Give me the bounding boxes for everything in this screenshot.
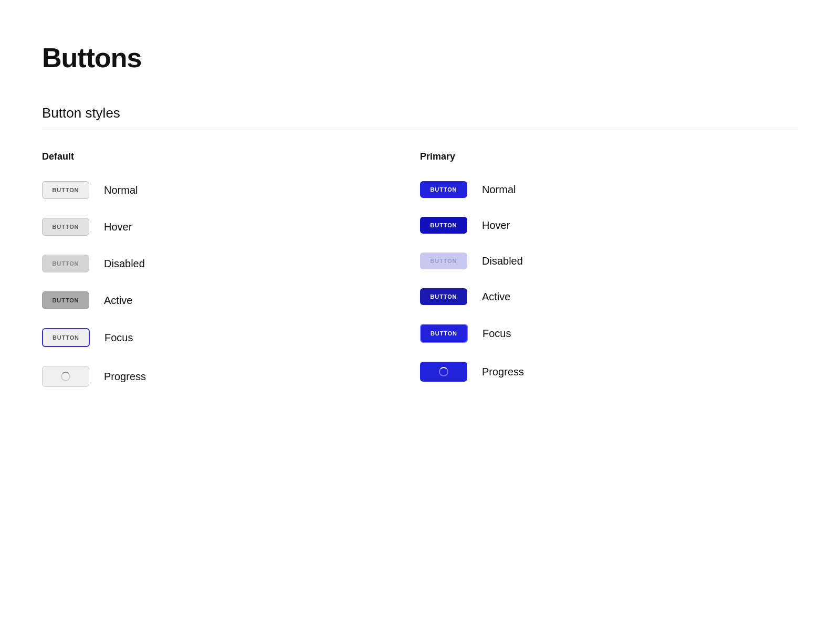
primary-hover-row: BUTTON Hover bbox=[420, 217, 798, 234]
primary-focus-button[interactable]: BUTTON bbox=[420, 324, 468, 343]
default-hover-button[interactable]: BUTTON bbox=[42, 218, 89, 236]
default-hover-label: Hover bbox=[104, 221, 132, 233]
default-progress-row: Progress bbox=[42, 366, 420, 387]
primary-column: Primary BUTTON Normal BUTTON Hover BUTTO… bbox=[420, 151, 798, 406]
default-progress-button bbox=[42, 366, 89, 387]
section-title: Button styles bbox=[42, 105, 798, 121]
primary-normal-row: BUTTON Normal bbox=[420, 181, 798, 198]
default-focus-row: BUTTON Focus bbox=[42, 328, 420, 347]
default-progress-label: Progress bbox=[104, 371, 146, 383]
primary-progress-label: Progress bbox=[482, 366, 524, 378]
primary-progress-row: Progress bbox=[420, 362, 798, 382]
primary-normal-label: Normal bbox=[482, 184, 516, 196]
primary-column-header: Primary bbox=[420, 151, 798, 162]
default-disabled-label: Disabled bbox=[104, 258, 145, 270]
primary-progress-button bbox=[420, 362, 467, 382]
primary-hover-button[interactable]: BUTTON bbox=[420, 217, 467, 234]
primary-active-button[interactable]: BUTTON bbox=[420, 288, 467, 305]
button-styles-columns: Default BUTTON Normal BUTTON Hover BUTTO… bbox=[42, 151, 798, 406]
default-active-button[interactable]: BUTTON bbox=[42, 291, 89, 309]
default-hover-row: BUTTON Hover bbox=[42, 218, 420, 236]
default-focus-label: Focus bbox=[104, 332, 133, 344]
primary-normal-button[interactable]: BUTTON bbox=[420, 181, 467, 198]
primary-focus-row: BUTTON Focus bbox=[420, 324, 798, 343]
page-title: Buttons bbox=[42, 42, 798, 74]
default-active-label: Active bbox=[104, 295, 132, 307]
default-normal-row: BUTTON Normal bbox=[42, 181, 420, 199]
default-normal-button[interactable]: BUTTON bbox=[42, 181, 89, 199]
default-column-header: Default bbox=[42, 151, 420, 162]
primary-disabled-button: BUTTON bbox=[420, 253, 467, 269]
primary-active-label: Active bbox=[482, 291, 510, 303]
default-disabled-row: BUTTON Disabled bbox=[42, 255, 420, 272]
default-disabled-button: BUTTON bbox=[42, 255, 89, 272]
primary-hover-label: Hover bbox=[482, 219, 510, 232]
primary-disabled-label: Disabled bbox=[482, 255, 523, 267]
default-spinner-icon bbox=[61, 372, 70, 381]
section-divider bbox=[42, 130, 798, 130]
default-column: Default BUTTON Normal BUTTON Hover BUTTO… bbox=[42, 151, 420, 406]
default-focus-button[interactable]: BUTTON bbox=[42, 328, 90, 347]
default-active-row: BUTTON Active bbox=[42, 291, 420, 309]
primary-active-row: BUTTON Active bbox=[420, 288, 798, 305]
primary-spinner-icon bbox=[439, 367, 448, 376]
primary-disabled-row: BUTTON Disabled bbox=[420, 253, 798, 269]
primary-focus-label: Focus bbox=[482, 328, 511, 340]
default-normal-label: Normal bbox=[104, 184, 138, 196]
